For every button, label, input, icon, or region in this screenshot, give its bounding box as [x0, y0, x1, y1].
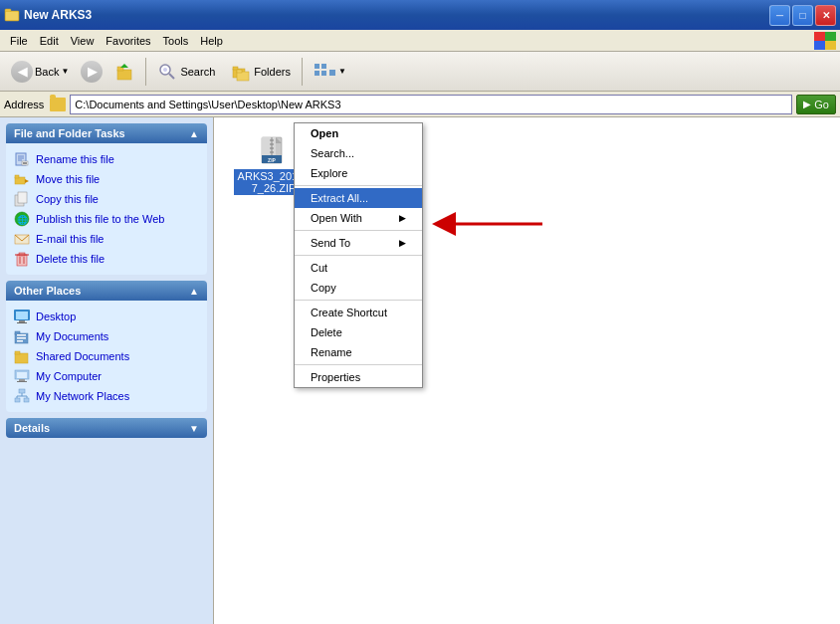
ctx-create-shortcut[interactable]: Create Shortcut [295, 303, 422, 322]
ctx-extract-all[interactable]: Extract All... [295, 188, 422, 208]
search-icon [157, 62, 177, 82]
go-arrow-icon: ▶ [803, 99, 811, 109]
copy-file-item[interactable]: Copy this file [10, 189, 203, 209]
left-panel: File and Folder Tasks ▲ [0, 117, 214, 624]
title-bar-buttons: ─ □ ✕ [769, 5, 836, 26]
publish-file-item[interactable]: 🌐 Publish this file to the Web [10, 209, 203, 229]
maximize-button[interactable]: □ [792, 5, 813, 26]
menu-help[interactable]: Help [194, 33, 229, 49]
mycomputer-label: My Computer [36, 370, 102, 382]
menu-bar: File Edit View Favorites Tools Help [0, 30, 840, 52]
address-label: Address [4, 99, 44, 110]
move-file-label: Move this file [36, 173, 100, 185]
svg-rect-47 [17, 334, 26, 336]
desktop-label: Desktop [36, 311, 76, 322]
svg-rect-56 [19, 389, 25, 393]
menu-favorites[interactable]: Favorites [100, 33, 156, 49]
title-bar-title: New ARKS3 [24, 8, 769, 22]
ctx-search[interactable]: Search... [295, 143, 422, 163]
other-places-header[interactable]: Other Places ▲ [6, 281, 207, 301]
move-file-item[interactable]: Move this file [10, 169, 203, 189]
ctx-properties[interactable]: Properties [295, 367, 422, 387]
go-button[interactable]: ▶ Go [796, 95, 836, 114]
copy-file-label: Copy this file [36, 193, 99, 205]
svg-rect-20 [321, 71, 326, 76]
back-label: Back [35, 66, 59, 78]
ctx-rename[interactable]: Rename [295, 342, 422, 362]
context-menu: Open Search... Explore Extract All... Op… [294, 122, 423, 388]
svg-text:ZIP: ZIP [268, 157, 276, 163]
shareddocs-icon [14, 348, 30, 364]
ctx-open-with[interactable]: Open With ▶ [295, 208, 422, 228]
file-icon: ZIP [258, 135, 290, 167]
svg-rect-14 [233, 67, 238, 70]
file-tasks-header[interactable]: File and Folder Tasks ▲ [6, 123, 207, 143]
svg-rect-2 [6, 12, 18, 20]
folders-label: Folders [254, 66, 291, 78]
address-folder-icon [50, 98, 66, 111]
folders-button[interactable]: Folders [224, 58, 298, 86]
svg-rect-17 [315, 64, 319, 69]
rename-file-item[interactable]: Rename this file [10, 149, 203, 169]
svg-rect-19 [315, 71, 319, 76]
up-icon [114, 62, 134, 82]
menu-file[interactable]: File [4, 33, 34, 49]
svg-rect-32 [18, 192, 27, 203]
svg-marker-30 [25, 179, 29, 183]
forward-button[interactable]: ▶ [78, 58, 105, 86]
search-button[interactable]: Search [150, 58, 222, 86]
svg-rect-3 [814, 32, 825, 41]
address-input[interactable] [70, 95, 792, 114]
red-arrow [428, 209, 547, 241]
svg-rect-1 [5, 9, 11, 12]
view-button[interactable]: ▼ [307, 58, 353, 86]
svg-point-11 [163, 68, 167, 72]
menu-tools[interactable]: Tools [157, 33, 195, 49]
other-places-shareddocs[interactable]: Shared Documents [10, 346, 203, 366]
details-header[interactable]: Details ▼ [6, 418, 207, 438]
svg-rect-7 [117, 70, 131, 80]
other-places-title: Other Places [14, 285, 81, 297]
back-button[interactable]: ◀ Back ▼ [4, 57, 76, 87]
ctx-open-with-arrow: ▶ [399, 213, 406, 223]
other-places-section: Other Places ▲ Desktop [6, 281, 207, 412]
svg-rect-48 [17, 337, 26, 339]
view-icon [314, 62, 335, 82]
other-places-network[interactable]: My Network Places [10, 386, 203, 406]
ctx-send-to-arrow: ▶ [399, 238, 406, 248]
svg-rect-36 [17, 255, 27, 266]
email-file-item[interactable]: E-mail this file [10, 229, 203, 249]
title-bar-icon [4, 7, 20, 23]
shareddocs-label: Shared Documents [36, 350, 129, 362]
ctx-sep-4 [295, 300, 422, 301]
close-button[interactable]: ✕ [815, 5, 836, 26]
ctx-send-to[interactable]: Send To ▶ [295, 233, 422, 253]
minimize-button[interactable]: ─ [769, 5, 790, 26]
ctx-sep-1 [295, 185, 422, 186]
folders-icon [231, 62, 251, 82]
ctx-copy[interactable]: Copy [295, 278, 422, 298]
svg-rect-44 [17, 322, 27, 323]
ctx-delete[interactable]: Delete [295, 322, 422, 342]
svg-rect-6 [825, 41, 836, 50]
ctx-open[interactable]: Open [295, 123, 422, 143]
ctx-cut[interactable]: Cut [295, 258, 422, 278]
svg-rect-53 [17, 372, 27, 378]
up-button[interactable] [107, 58, 141, 86]
svg-rect-57 [15, 398, 20, 402]
delete-file-item[interactable]: Delete this file [10, 249, 203, 269]
menu-edit[interactable]: Edit [34, 33, 65, 49]
toolbar-separator-1 [145, 58, 146, 86]
other-places-desktop[interactable]: Desktop [10, 307, 203, 326]
forward-arrow-icon: ▶ [81, 61, 103, 83]
svg-marker-9 [120, 64, 128, 68]
svg-rect-49 [17, 340, 23, 342]
svg-rect-42 [16, 312, 28, 319]
file-tasks-section: File and Folder Tasks ▲ [6, 123, 207, 275]
other-places-mydocs[interactable]: My Documents [10, 326, 203, 346]
ctx-explore[interactable]: Explore [295, 163, 422, 183]
menu-view[interactable]: View [65, 33, 101, 49]
other-places-mycomputer[interactable]: My Computer [10, 366, 203, 386]
delete-icon [14, 251, 30, 267]
email-icon [14, 231, 30, 247]
